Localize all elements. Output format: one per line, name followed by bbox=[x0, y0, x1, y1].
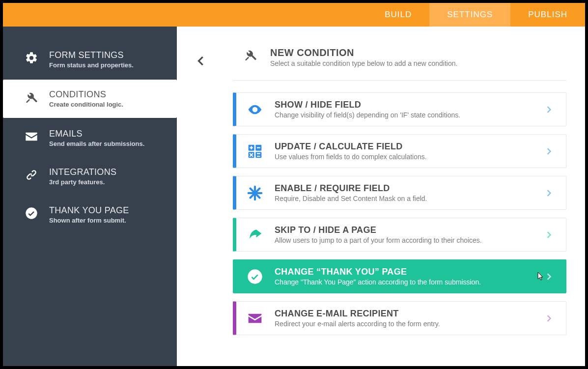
mail-icon bbox=[24, 129, 39, 144]
condition-sub: Redirect your e-mail alerts according to… bbox=[275, 320, 440, 328]
svg-rect-5 bbox=[255, 152, 261, 158]
chevron-right-icon bbox=[544, 272, 554, 282]
condition-card[interactable]: ENABLE / REQUIRE FIELD Require, Disable … bbox=[233, 176, 566, 210]
tab-build[interactable]: BUILD bbox=[367, 3, 429, 27]
sidebar-item-title: INTEGRATIONS bbox=[49, 167, 116, 177]
condition-title: SKIP TO / HIDE A PAGE bbox=[275, 225, 482, 235]
svg-point-0 bbox=[26, 207, 37, 219]
share-icon bbox=[246, 226, 264, 244]
top-nav: BUILD SETTINGS PUBLISH bbox=[3, 3, 585, 27]
sidebar-thank-you-page[interactable]: THANK YOU PAGE Shown after form submit. bbox=[3, 196, 177, 234]
sidebar-item-title: THANK YOU PAGE bbox=[49, 205, 129, 216]
condition-title: UPDATE / CALCULATE FIELD bbox=[275, 142, 427, 152]
sidebar-item-sub: Shown after form submit. bbox=[49, 217, 129, 224]
back-button[interactable] bbox=[192, 52, 209, 70]
calc-icon bbox=[246, 142, 264, 160]
condition-card[interactable]: SKIP TO / HIDE A PAGE Allow users to jum… bbox=[233, 218, 566, 252]
condition-title: CHANGE E-MAIL RECIPIENT bbox=[275, 309, 440, 319]
tab-settings[interactable]: SETTINGS bbox=[429, 3, 510, 27]
condition-header: NEW CONDITION Select a suitable conditio… bbox=[233, 41, 566, 81]
condition-title: ENABLE / REQUIRE FIELD bbox=[275, 183, 427, 194]
sidebar-item-sub: Create conditional logic. bbox=[49, 101, 123, 108]
link-icon bbox=[24, 167, 39, 183]
settings-sidebar: FORM SETTINGS Form status and properties… bbox=[3, 27, 177, 366]
condition-title: CHANGE “THANK YOU” PAGE bbox=[275, 267, 481, 277]
sidebar-item-title: FORM SETTINGS bbox=[49, 50, 134, 60]
chevron-right-icon bbox=[544, 105, 554, 114]
condition-card[interactable]: CHANGE E-MAIL RECIPIENT Redirect your e-… bbox=[233, 301, 566, 335]
condition-card[interactable]: UPDATE / CALCULATE FIELD Use values from… bbox=[233, 134, 566, 168]
tab-publish[interactable]: PUBLISH bbox=[510, 3, 585, 27]
sidebar-emails[interactable]: EMAILS Send emails after submissions. bbox=[3, 119, 177, 157]
sidebar-conditions[interactable]: CONDITIONS Create conditional logic. bbox=[3, 80, 177, 118]
gear-icon bbox=[24, 50, 39, 66]
condition-sub: Change "Thank You Page" action according… bbox=[275, 278, 481, 286]
condition-sub: Allow users to jump to a part of your fo… bbox=[275, 236, 482, 244]
tools-icon bbox=[24, 89, 39, 105]
condition-sub: Require, Disable and Set Content Mask on… bbox=[275, 195, 427, 202]
page-title: NEW CONDITION bbox=[270, 47, 457, 58]
sidebar-item-title: EMAILS bbox=[49, 129, 144, 139]
chevron-right-icon bbox=[544, 146, 554, 156]
sidebar-integrations[interactable]: INTEGRATIONS 3rd party features. bbox=[3, 157, 177, 196]
sidebar-item-sub: 3rd party features. bbox=[49, 178, 116, 186]
check-icon bbox=[24, 205, 39, 221]
svg-point-6 bbox=[248, 269, 262, 284]
condition-type-list: SHOW / HIDE FIELD Change visibility of f… bbox=[233, 92, 566, 335]
svg-point-1 bbox=[253, 108, 256, 111]
main-panel: NEW CONDITION Select a suitable conditio… bbox=[177, 27, 585, 366]
sidebar-form-settings[interactable]: FORM SETTINGS Form status and properties… bbox=[3, 40, 177, 79]
check-icon bbox=[246, 268, 264, 285]
sidebar-item-sub: Form status and properties. bbox=[49, 61, 134, 69]
condition-card[interactable]: SHOW / HIDE FIELD Change visibility of f… bbox=[233, 92, 566, 126]
page-subtitle: Select a suitable condition type below t… bbox=[270, 59, 457, 67]
chevron-right-icon bbox=[544, 230, 554, 240]
tools-icon bbox=[244, 47, 259, 63]
eye-icon bbox=[246, 101, 264, 118]
condition-card[interactable]: CHANGE “THANK YOU” PAGE Change "Thank Yo… bbox=[233, 259, 566, 293]
mail-icon bbox=[246, 310, 264, 327]
star-icon bbox=[246, 184, 264, 202]
condition-sub: Change visibility of field(s) depending … bbox=[275, 111, 460, 119]
chevron-right-icon bbox=[544, 313, 554, 323]
condition-title: SHOW / HIDE FIELD bbox=[275, 100, 460, 110]
chevron-right-icon bbox=[544, 188, 554, 198]
condition-sub: Use values from fields to do complex cal… bbox=[275, 153, 427, 161]
sidebar-item-title: CONDITIONS bbox=[49, 89, 123, 100]
sidebar-item-sub: Send emails after submissions. bbox=[49, 140, 144, 147]
